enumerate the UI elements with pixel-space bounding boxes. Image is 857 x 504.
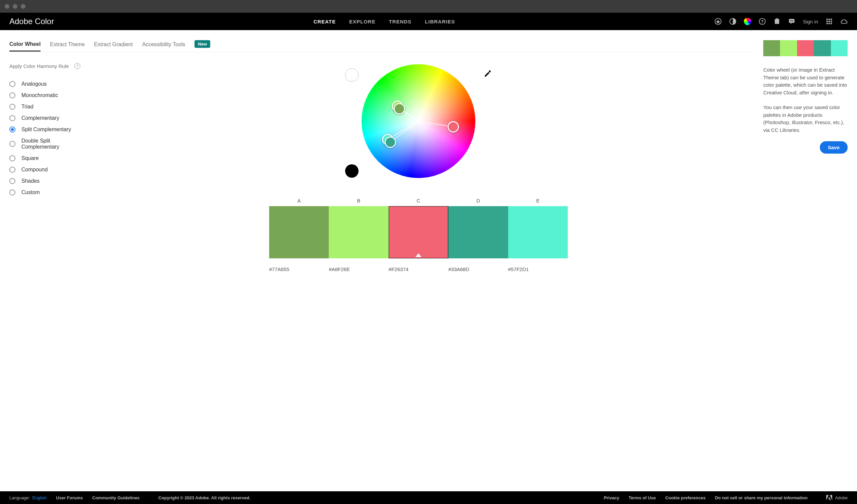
radio-icon <box>10 115 15 121</box>
triangle-up-icon <box>416 253 421 257</box>
hex-value-C[interactable]: #F26374 <box>389 266 448 272</box>
color-wheel-icon[interactable] <box>744 18 751 25</box>
save-button[interactable]: Save <box>820 141 847 154</box>
svg-rect-19 <box>826 23 828 24</box>
hex-value-A[interactable]: #77A655 <box>269 266 329 272</box>
svg-rect-18 <box>830 21 832 22</box>
nav-trends[interactable]: TRENDS <box>389 19 412 24</box>
svg-rect-7 <box>776 18 777 19</box>
main-header: Adobe Color CREATEEXPLORETRENDSLIBRARIES… <box>0 13 857 30</box>
radio-icon <box>10 127 15 133</box>
contrast-icon[interactable] <box>729 18 737 25</box>
mini-swatch-4 <box>831 40 847 56</box>
radio-icon <box>10 141 15 147</box>
mini-swatch-1 <box>780 40 797 56</box>
tab-extract-gradient[interactable]: Extract Gradient <box>94 41 133 51</box>
harmony-label: Square <box>21 155 39 161</box>
window-titlebar <box>0 0 857 13</box>
swatch-label-C: C <box>389 198 448 203</box>
wheel-marker-1[interactable] <box>394 103 405 115</box>
radio-icon <box>10 167 15 173</box>
harmony-option-split-complementary[interactable]: Split Complementary <box>10 127 83 133</box>
main-nav: CREATEEXPLORETRENDSLIBRARIES <box>313 19 455 24</box>
harmony-label: Double Split Complementary <box>21 138 83 150</box>
harmony-option-analogous[interactable]: Analogous <box>10 81 83 87</box>
swatch-label-B: B <box>329 198 388 203</box>
swatch-row <box>269 206 568 258</box>
tab-extract-theme[interactable]: Extract Theme <box>50 41 85 51</box>
harmony-option-complementary[interactable]: Complementary <box>10 115 83 121</box>
hex-value-D[interactable]: #33A68D <box>448 266 508 272</box>
harmony-label: Split Complementary <box>21 127 71 133</box>
swatch-C[interactable] <box>389 206 448 258</box>
wheel-marker-4[interactable] <box>448 121 459 133</box>
white-reference-dot[interactable] <box>345 68 358 82</box>
harmony-label: Shades <box>21 178 39 184</box>
svg-rect-21 <box>830 23 832 24</box>
swatch-label-D: D <box>448 198 508 203</box>
harmony-label: Complementary <box>21 115 59 121</box>
tab-accessibility-tools[interactable]: Accessibility Tools <box>142 41 185 51</box>
tab-color-wheel[interactable]: Color Wheel <box>10 41 40 52</box>
nav-libraries[interactable]: LIBRARIES <box>425 19 455 24</box>
black-reference-dot[interactable] <box>345 164 358 178</box>
harmony-title: Apply Color Harmony Rule <box>10 62 69 70</box>
harmony-label: Triad <box>21 104 33 110</box>
info-paragraph-1: Color wheel (or image in Extract Theme t… <box>763 66 847 96</box>
swatch-A[interactable] <box>269 206 329 258</box>
comment-icon[interactable] <box>788 18 795 25</box>
sidebar-right: Color wheel (or image in Extract Theme t… <box>763 30 857 491</box>
svg-point-12 <box>792 20 793 21</box>
harmony-option-monochromatic[interactable]: Monochromatic <box>10 93 83 98</box>
color-wheel[interactable] <box>362 64 475 178</box>
brand-logo[interactable]: Adobe Color <box>10 17 54 26</box>
radio-icon <box>10 178 15 184</box>
radio-icon <box>10 155 15 161</box>
hex-value-B[interactable]: #A8F26E <box>329 266 388 272</box>
swatch-D[interactable] <box>448 206 508 258</box>
svg-marker-1 <box>716 20 720 24</box>
svg-point-10 <box>790 20 791 21</box>
sign-in-link[interactable]: Sign in <box>803 19 818 24</box>
harmony-option-shades[interactable]: Shades <box>10 178 83 184</box>
svg-rect-14 <box>828 19 830 20</box>
nav-explore[interactable]: EXPLORE <box>349 19 375 24</box>
harmony-option-double-split-complementary[interactable]: Double Split Complementary <box>10 138 83 150</box>
harmony-option-custom[interactable]: Custom <box>10 189 83 196</box>
radio-icon <box>10 104 15 110</box>
mini-swatch-2 <box>797 40 814 56</box>
harmony-option-compound[interactable]: Compound <box>10 167 83 173</box>
star-icon[interactable] <box>715 18 722 25</box>
hex-value-E[interactable]: #57F2D1 <box>508 266 568 272</box>
swatch-B[interactable] <box>329 206 388 258</box>
minimize-icon[interactable] <box>13 4 17 9</box>
swatch-label-E: E <box>508 198 568 203</box>
new-badge: New <box>195 40 210 48</box>
svg-text:?: ? <box>761 19 763 24</box>
notification-icon[interactable] <box>773 18 781 25</box>
mini-palette <box>763 40 847 56</box>
svg-rect-16 <box>826 21 828 22</box>
harmony-option-triad[interactable]: Triad <box>10 104 83 110</box>
harmony-option-square[interactable]: Square <box>10 155 83 161</box>
maximize-icon[interactable] <box>21 4 26 9</box>
svg-rect-17 <box>828 21 830 22</box>
radio-icon <box>10 189 15 196</box>
eyedropper-icon[interactable] <box>484 70 492 79</box>
creative-cloud-icon[interactable] <box>840 18 847 25</box>
harmony-label: Compound <box>21 167 48 173</box>
color-wheel-area: ABCDE #77A655#A8F26E#F26374#33A68D#57F2D… <box>83 62 754 272</box>
close-icon[interactable] <box>5 4 10 9</box>
nav-create[interactable]: CREATE <box>313 19 336 24</box>
sub-nav: Color WheelExtract ThemeExtract Gradient… <box>10 40 754 52</box>
svg-rect-6 <box>775 19 779 24</box>
harmony-label: Monochromatic <box>21 93 58 98</box>
mini-swatch-0 <box>763 40 780 56</box>
help-tooltip-icon[interactable]: ? <box>74 63 80 69</box>
svg-rect-13 <box>826 19 828 20</box>
help-icon[interactable]: ? <box>759 18 766 25</box>
header-actions: ? Sign in <box>715 18 847 25</box>
wheel-marker-3[interactable] <box>385 136 396 148</box>
apps-icon[interactable] <box>825 18 833 25</box>
swatch-E[interactable] <box>508 206 568 258</box>
